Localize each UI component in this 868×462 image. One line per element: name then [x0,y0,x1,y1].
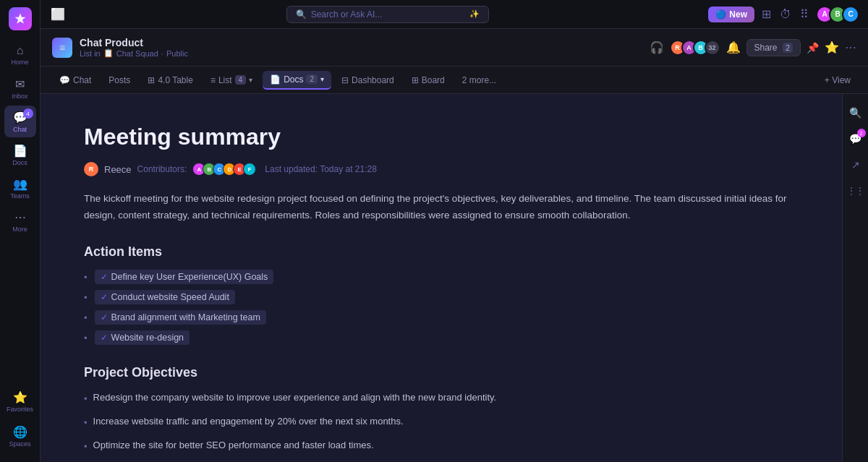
sidebar-item-more[interactable]: ⋯ More [4,205,36,237]
sidebar-item-chat[interactable]: 4 💬 Chat [4,106,36,137]
search-placeholder: Search or Ask AI... [311,9,383,20]
new-icon: 🔵 [715,9,726,20]
sidebar-item-favorites[interactable]: ⭐ Favorites [4,385,36,417]
share-button[interactable]: Share 2 [746,39,801,56]
dot-separator: · [161,49,163,58]
sidebar-item-inbox[interactable]: ✉ Inbox [4,72,36,104]
workspace-avatars: R A B 32 [670,40,720,56]
list-icon: 📋 [103,48,114,58]
left-sidebar: ⌂ Home ✉ Inbox 4 💬 Chat 📄 Docs 👥 Teams ⋯… [0,0,41,462]
action-items-title: Action Items [84,244,799,260]
doc-content: Meeting summary R Reece Contributors: A … [41,94,842,462]
list-item: • ✓ Website re-design [84,330,799,345]
home-icon: ⌂ [17,44,24,57]
top-bar-center: 🔍 Search or Ask AI... ✨ [72,6,702,23]
sidebar-item-spaces[interactable]: 🌐 Spaces [4,420,36,452]
bullet-icon: • [84,312,88,323]
new-button[interactable]: 🔵 New [708,7,754,22]
workspace-path: List in 📋 Chat Squad · Public [80,48,188,58]
bell-icon[interactable]: 🔔 [726,40,741,54]
author-name: Reece [104,164,132,175]
top-bar: ⬜ 🔍 Search or Ask AI... ✨ 🔵 New ⊞ ⏱ ⠿ A … [41,0,868,29]
nav-tabs: 💬 Chat Posts ⊞ 4.0 Table ≡ List 4 ▾ 📄 Do… [41,67,868,94]
dots-header-icon[interactable]: ⋯ [845,40,856,54]
right-more-icon[interactable]: ⋮⋮ [846,181,866,201]
visibility-label: Public [166,49,188,58]
add-view-button[interactable]: + View [819,72,856,88]
list-item: • Redesign the company website to improv… [84,390,799,407]
right-search-icon[interactable]: 🔍 [846,103,866,123]
list-item: • Optimize the site for better SEO perfo… [84,438,799,455]
right-sidebar: 🔍 💬 2 ↗ ⋮⋮ [842,94,868,462]
top-bar-left: ⬜ [49,6,67,22]
tab-board[interactable]: ⊞ Board [404,72,452,89]
search-icon: 🔍 [296,9,307,20]
tab-docs[interactable]: 📄 Docs 2 ▾ [263,71,331,90]
list-tab-icon: ≡ [210,75,216,85]
table-icon: ⊞ [148,75,155,85]
chat-notification-badge: 2 [857,129,866,137]
chevron-down-docs-icon: ▾ [320,75,324,83]
action-item-tag-2[interactable]: ✓ Conduct website Speed Audit [95,290,235,304]
search-bar[interactable]: 🔍 Search or Ask AI... ✨ [286,6,489,23]
list-badge: 4 [235,75,247,85]
workspace-info: ≡ Chat Product List in 📋 Chat Squad · Pu… [52,37,188,58]
tab-more[interactable]: 2 more... [455,72,503,89]
timer-icon[interactable]: ⏱ [778,7,793,22]
star-header-icon[interactable]: ⭐ [825,40,839,54]
bullet-icon: • [84,292,88,303]
more-icon: ⋯ [14,210,26,224]
squad-name: Chat Squad [116,49,158,58]
docs-icon: 📄 [13,144,27,158]
action-item-tag-3[interactable]: ✓ Brand alignment with Marketing team [95,310,266,325]
sidebar-item-docs[interactable]: 📄 Docs [4,139,36,171]
tab-list[interactable]: ≡ List 4 ▾ [203,72,260,89]
avatar-3: C [842,6,859,23]
sidebar-item-teams[interactable]: 👥 Teams [4,172,36,204]
browser-icon[interactable]: ⬜ [49,6,67,22]
workspace-title: Chat Product [80,37,188,48]
doc-area: Meeting summary R Reece Contributors: A … [41,94,868,462]
inbox-icon: ✉ [15,77,25,91]
chat-tab-icon: 💬 [59,75,70,85]
tab-chat[interactable]: 💬 Chat [52,72,98,89]
tab-dashboard[interactable]: ⊟ Dashboard [334,72,401,89]
share-count: 2 [783,43,793,53]
doc-title: Meeting summary [84,123,799,150]
list-item: • ✓ Brand alignment with Marketing team [84,310,799,325]
chat-badge: 4 [23,108,33,119]
top-bar-right: 🔵 New ⊞ ⏱ ⠿ A B C [708,6,859,23]
favorites-section: ⭐ Favorites 🌐 Spaces [4,382,36,455]
docs-tab-icon: 📄 [270,74,281,85]
objectives-title: Project Objectives [84,365,799,380]
sidebar-item-home[interactable]: ⌂ Home [4,39,36,71]
list-item: • ✓ Conduct website Speed Audit [84,290,799,304]
doc-meta: R Reece Contributors: A B C D E F Last u… [84,162,799,176]
check-icon-2: ✓ [101,292,108,302]
ws-avatar-count: 32 [705,40,720,56]
app-logo[interactable] [9,7,32,30]
headset-icon[interactable]: 🎧 [650,40,664,54]
obj-bullet-3: • [84,440,88,455]
grid-icon[interactable]: ⊞ [760,6,773,22]
bullet-icon: • [84,272,88,283]
action-items-list: • ✓ Define key User Experience(UX) Goals… [84,270,799,345]
spaces-icon: 🌐 [13,425,27,439]
docs-badge: 2 [306,74,318,84]
last-updated: Last updated: Today at 21:28 [265,164,377,174]
contributor-6: F [243,163,256,176]
action-item-tag-1[interactable]: ✓ Define key User Experience(UX) Goals [95,270,274,284]
tab-table[interactable]: ⊞ 4.0 Table [140,72,200,89]
action-item-tag-4[interactable]: ✓ Website re-design [95,330,190,345]
dashboard-icon: ⊟ [341,75,349,85]
right-share-icon[interactable]: ↗ [846,155,866,175]
menu-icon[interactable]: ⠿ [799,6,810,22]
right-chat-icon[interactable]: 💬 2 [846,129,866,149]
obj-bullet-2: • [84,416,88,431]
contributor-avatars: A B C D E F [192,163,253,176]
pin-icon[interactable]: 📌 [807,42,819,54]
teams-icon: 👥 [13,177,27,191]
doc-intro: The kickoff meeting for the website rede… [84,191,799,224]
workspace-icon: ≡ [52,38,72,58]
tab-posts[interactable]: Posts [101,72,137,89]
